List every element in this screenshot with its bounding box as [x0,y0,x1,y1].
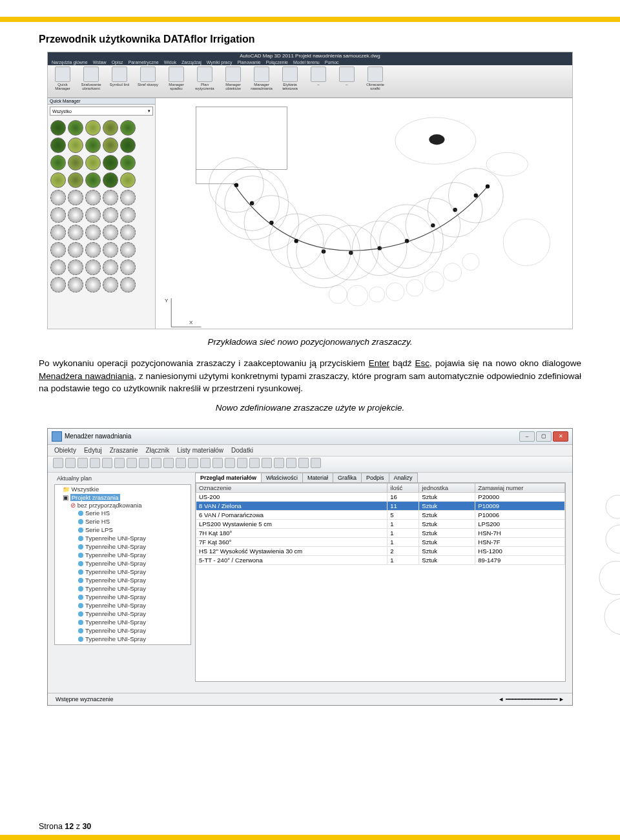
ribbon-button[interactable]: Manager spadku [165,67,187,96]
tree-item[interactable]: Typenreihe UNI-Spray [78,568,191,576]
ribbon-button[interactable]: Manager nawadniania [251,67,273,96]
dialog-menu-item[interactable]: Złącznik [146,447,170,454]
toolbar-icon[interactable] [188,458,198,468]
symbol-swatch[interactable] [85,207,101,223]
ribbon-button[interactable]: Manager obiektów [222,67,244,96]
ribbon-button[interactable]: Symbol linii [108,67,130,96]
drawing-canvas[interactable]: Y X [156,98,572,329]
symbol-swatch[interactable] [50,138,66,153]
symbol-swatch[interactable] [85,260,101,275]
symbol-swatch[interactable] [120,120,136,136]
symbol-swatch[interactable] [103,120,118,136]
scroll-track[interactable]: ◄ ━━━━━━━━━━━━━━━━ ► [498,696,564,702]
category-dropdown[interactable]: Wszystko▾ [50,107,153,116]
ribbon-button[interactable]: Etykieta tekstowa [279,67,301,96]
tree-item[interactable]: Typenreihe UNI-Spray [78,593,191,601]
tree-item[interactable]: Typenreihe UNI-Spray [78,584,191,593]
toolbar-icon[interactable] [225,458,235,468]
detail-tab[interactable]: Materiał [302,473,333,482]
toolbar-icon[interactable] [237,458,247,468]
materials-grid[interactable]: OznaczenieilośćjednostkaZamawiaj numer U… [195,482,566,682]
detail-tab[interactable]: Analizy [389,473,418,482]
dialog-menu-item[interactable]: Edytuj [84,447,102,454]
menu-item[interactable]: Widok [164,60,176,65]
menu-item[interactable]: Wstaw [93,60,107,65]
tree-item[interactable]: Typenreihe UNI-Spray [78,626,191,635]
grid-row[interactable]: US-20016SztukP20000 [196,492,565,501]
ribbon-button[interactable]: Plan wytyczenia [194,67,216,96]
tree-item[interactable]: Typenreihe UNI-Spray [78,610,191,618]
symbol-swatch[interactable] [120,190,136,205]
tree-item[interactable]: Typenreihe UNI-Spray [78,618,191,626]
tree-item[interactable]: Serie LPS [78,526,191,534]
symbol-swatch[interactable] [68,242,83,258]
grid-header[interactable]: Zamawiaj numer [475,483,565,492]
menu-item[interactable]: Narzędzia główne [52,60,88,65]
symbol-swatch[interactable] [120,260,136,275]
toolbar-icon[interactable] [262,458,272,468]
toolbar-icon[interactable] [53,458,63,468]
symbol-swatch[interactable] [85,225,101,240]
detail-tab[interactable]: Właściwości [261,473,303,482]
symbol-swatch[interactable] [103,207,118,223]
symbol-swatch[interactable] [103,172,118,188]
ribbon-button[interactable]: Szafowanie obrazkami [80,67,102,96]
tree-item[interactable]: Serie HS [78,517,191,526]
symbol-swatch[interactable] [120,207,136,223]
toolbar-icon[interactable] [212,458,223,468]
symbol-swatch[interactable] [68,225,83,240]
grid-row[interactable]: 5-TT - 240° / Czerwona1Sztuk89-1479 [196,555,565,564]
ribbon-button[interactable]: Stref skarpy [137,67,159,96]
grid-row[interactable]: LPS200 Wystawienie 5 cm1SztukLPS200 [196,519,565,528]
symbol-swatch[interactable] [50,277,66,292]
tree-item[interactable]: Typenreihe UNI-Spray [78,551,191,559]
symbol-swatch[interactable] [50,190,66,205]
menu-item[interactable]: Planowanie [237,60,260,65]
grid-header[interactable]: ilość [388,483,419,492]
symbol-swatch[interactable] [103,190,118,205]
symbol-swatch[interactable] [50,225,66,240]
symbol-swatch[interactable] [50,172,66,188]
tree-item[interactable]: Typenreihe UNI-Spray [78,635,191,643]
symbol-swatch[interactable] [85,138,101,153]
symbol-swatch[interactable] [68,260,83,275]
symbol-swatch[interactable] [68,172,83,188]
toolbar-icon[interactable] [274,458,284,468]
toolbar-icon[interactable] [286,458,296,468]
grid-row[interactable]: 7F Kąt 360°1SztukHSN-7F [196,537,565,546]
symbol-swatch[interactable] [120,138,136,153]
toolbar-icon[interactable] [163,458,174,468]
tree-item[interactable]: Serie HS [78,509,191,517]
symbol-swatch[interactable] [85,190,101,205]
symbol-swatch[interactable] [68,207,83,223]
ribbon-button[interactable]: – [336,67,358,96]
dialog-menu-item[interactable]: Obiekty [54,447,76,454]
symbol-swatch[interactable] [103,277,118,292]
ribbon-button[interactable]: – [307,67,329,96]
symbol-swatch[interactable] [50,207,66,223]
symbol-swatch[interactable] [120,242,136,258]
toolbar-icon[interactable] [311,458,321,468]
dialog-menu-item[interactable]: Zraszanie [110,447,138,454]
toolbar-icon[interactable] [151,458,161,468]
ribbon-button[interactable]: Quick Manager [52,67,74,96]
minimize-button[interactable]: – [519,431,535,442]
grid-header[interactable]: jednostka [419,483,475,492]
symbol-swatch[interactable] [50,260,66,275]
symbol-swatch[interactable] [85,172,101,188]
grid-row[interactable]: 7H Kąt 180°1SztukHSN-7H [196,528,565,537]
symbol-swatch[interactable] [120,172,136,188]
symbol-swatch[interactable] [120,155,136,170]
symbol-swatch[interactable] [120,225,136,240]
grid-row[interactable]: 8 VAN / Zielona11SztukP10009 [196,501,565,510]
toolbar-icon[interactable] [65,458,76,468]
symbol-swatch[interactable] [50,155,66,170]
menu-item[interactable]: Parametryczne [129,60,159,65]
detail-tab[interactable]: Grafika [333,473,362,482]
toolbar-icon[interactable] [249,458,260,468]
toolbar-icon[interactable] [102,458,112,468]
grid-row[interactable]: 6 VAN / Pomarańczowa5SztukP10006 [196,510,565,519]
symbol-swatch[interactable] [103,225,118,240]
symbol-swatch[interactable] [68,120,83,136]
toolbar-icon[interactable] [78,458,88,468]
